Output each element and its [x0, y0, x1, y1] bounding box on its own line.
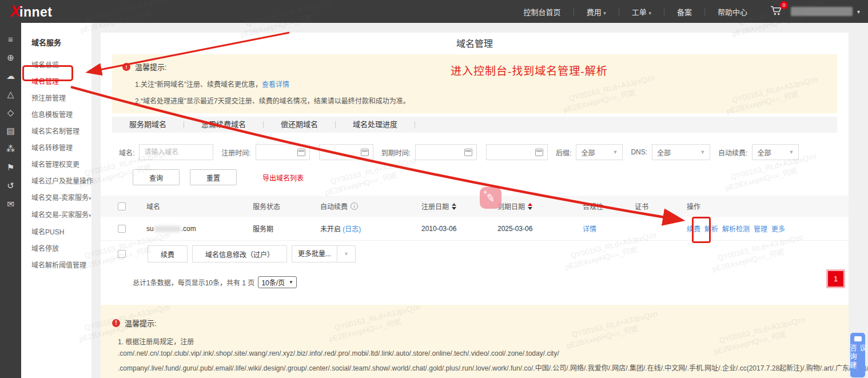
current-page-button[interactable]: 1 [828, 271, 843, 287]
suffix-line: .com/.net/.cn/.top/.club/.vip/.ink/.shop… [118, 346, 849, 361]
xinnet-logo[interactable]: Xinnet [10, 3, 52, 21]
triangle-icon[interactable]: △ [0, 86, 21, 104]
notice-bottom: 温馨提示: 1. 根据注册局规定，注册 .com/.net/.cn/.top/.… [101, 305, 849, 378]
op-link-续费[interactable]: 续费 [687, 224, 700, 233]
nodes-icon[interactable]: ⁂ [0, 141, 21, 159]
tab[interactable]: 急需续费域名 [184, 117, 263, 133]
sidebar-item[interactable]: 域名交易-卖家服务▾ [31, 190, 91, 207]
sidebar-item[interactable]: 信息模板管理 [31, 107, 91, 124]
cart-button[interactable]: 0 [770, 5, 783, 18]
row-checkbox[interactable] [118, 225, 126, 233]
cell-status: 服务期 [253, 224, 320, 233]
sidebar-item[interactable]: 域名过户及批量操作 [31, 173, 91, 190]
auto-renew-select[interactable]: 全部▼ [752, 144, 799, 160]
user-caret-icon[interactable]: ▾ [857, 9, 860, 15]
sidebar-item[interactable]: 域名PUSH [31, 224, 91, 241]
consult-suggest-tab[interactable]: 咨询建议 [850, 333, 865, 377]
cell-compliance: 详情 [583, 224, 635, 233]
page-size-select[interactable]: 10条/页 ▼ [258, 276, 297, 288]
chevron-down-icon: ▾ [89, 213, 91, 218]
batch-modify-button[interactable]: 域名信息修改（过户） [192, 245, 287, 262]
flag-icon[interactable]: ⚑ [0, 159, 21, 177]
log-link[interactable]: (日志) [343, 225, 361, 233]
chevron-down-icon: ▼ [289, 280, 293, 285]
batch-checkbox[interactable] [118, 250, 126, 258]
table-header-cell: 操作 [687, 201, 849, 211]
select-all-checkbox[interactable] [118, 202, 126, 210]
sidebar-item[interactable]: 域名管理 [31, 74, 91, 90]
tab[interactable]: 偿还期域名 [264, 117, 335, 133]
compliance-detail-link[interactable]: 详情 [583, 225, 596, 233]
sidebar-item[interactable]: 域名转移管理 [31, 140, 91, 157]
cell-exp-date: 2025-03-06 [497, 225, 583, 233]
cart-badge: 0 [780, 1, 788, 9]
sidebar-item[interactable]: 域名解析阈值管理 [31, 257, 91, 274]
dns-select[interactable]: 全部▼ [652, 144, 710, 160]
topbar-menu-item[interactable]: 控制台首页 [511, 6, 574, 17]
suffix-line: .company/.live/.fund/.guru/.pub/.email/.… [118, 361, 849, 376]
sidebar-item[interactable]: 域名管理权变更 [31, 157, 91, 173]
chevron-down-icon: ▼ [700, 149, 705, 155]
globe-icon[interactable]: ⊕ [0, 49, 21, 67]
topbar-menu-item[interactable]: 帮助中心 [705, 6, 760, 17]
page-title: 域名管理 [101, 33, 849, 54]
monitor-chart-icon[interactable]: ▤ [0, 122, 21, 141]
tab[interactable]: 域名处理进度 [336, 117, 415, 133]
reset-button[interactable]: 重置 [190, 169, 237, 185]
tab[interactable]: 服务期域名 [112, 117, 184, 133]
op-link-解析[interactable]: 解析 [704, 224, 718, 233]
shield-icon[interactable]: ◇ [0, 104, 21, 122]
cell-operations: 续费解析解析检测管理更多 [687, 224, 849, 233]
calendar-icon [361, 149, 369, 156]
sort-icon[interactable] [528, 203, 532, 210]
sidebar-item[interactable]: 域名停放 [31, 241, 91, 257]
exp-date-start-input[interactable] [415, 144, 477, 160]
table-row: su.com 服务期 未开启 (日志) 2010-03-06 2025-03-0… [101, 217, 849, 241]
sidebar-header: 域名服务 [31, 37, 91, 47]
op-link-管理[interactable]: 管理 [754, 224, 767, 233]
topbar-menu-item[interactable]: 备案 [664, 6, 704, 17]
topbar-menu: 控制台首页费用 ▾工单 ▾备案帮助中心 [511, 6, 760, 17]
reg-time-label: 注册时间: [221, 148, 250, 157]
op-link-解析检测[interactable]: 解析检测 [722, 224, 750, 233]
action-row: 查询 重置 导出域名列表 [133, 169, 849, 185]
batch-more-select[interactable]: 更多批量... ▼ [292, 245, 356, 262]
exp-date-end-input[interactable] [486, 144, 548, 160]
chevron-down-icon: ▼ [337, 245, 356, 262]
sidebar-item[interactable]: 域名实名制管理 [31, 124, 91, 140]
reg-date-end-input[interactable] [319, 144, 373, 160]
link-icon[interactable]: ↺ [0, 177, 21, 196]
icon-rail: ≡⊕☁△◇▤⁂⚑↺✉ [0, 23, 21, 378]
table-header-cell: 域名 [146, 201, 253, 211]
topbar-menu-item[interactable]: 工单 ▾ [619, 6, 664, 17]
filter-row: 域名: 注册时间: 到期时间: 后缀: 全部▼ DNS: 全部▼ 自动续费: 全… [119, 144, 849, 160]
table-header-cell: 到期日期 [497, 201, 583, 211]
sidebar-item[interactable]: 域名交易-买家服务▾ [31, 207, 91, 224]
info-icon[interactable]: i [351, 202, 358, 210]
screenshot-pen-tool-icon[interactable]: ∗ ✎ [480, 187, 501, 209]
notice-top-line1: 1.关注“新网域名”注册、续费域名更优惠，查看详情 [135, 79, 827, 89]
topbar-menu-item[interactable]: 费用 ▾ [574, 6, 619, 17]
notice-top: 温馨提示: 1.关注“新网域名”注册、续费域名更优惠，查看详情 2.“域名处理进… [112, 54, 837, 113]
sidebar-item[interactable]: 预注册管理 [31, 90, 91, 107]
notice-top-line2: 2.“域名处理进度”显示最近7天提交注册、续费的域名情况，结果请以最终付款和成功… [135, 96, 827, 105]
auto-renew-select-value: 全部 [757, 148, 771, 157]
suffix-select[interactable]: 全部▼ [576, 144, 623, 160]
menu-collapse-icon[interactable]: ≡ [0, 31, 21, 49]
export-domain-list-link[interactable]: 导出域名列表 [262, 173, 304, 182]
sidebar-item[interactable]: 域名总览 [31, 57, 91, 74]
sort-icon[interactable] [452, 203, 456, 210]
cell-auto-renew: 未开启 (日志) [320, 224, 421, 233]
op-link-更多[interactable]: 更多 [771, 224, 785, 233]
query-button[interactable]: 查询 [133, 169, 180, 185]
user-account-blurred[interactable] [791, 7, 853, 16]
mail-icon[interactable]: ✉ [0, 196, 21, 214]
pagination: 总计1条数据，每页显示10条，共有 1 页 10条/页 ▼ [133, 276, 849, 288]
domain-search-input[interactable] [139, 144, 213, 160]
view-details-link[interactable]: 查看详情 [262, 81, 289, 89]
calendar-icon [297, 149, 305, 156]
logo-text: innet [19, 5, 52, 20]
batch-renew-button[interactable]: 续费 [148, 245, 188, 262]
reg-date-start-input[interactable] [256, 144, 310, 160]
cloud-server-icon[interactable]: ☁ [0, 67, 21, 86]
